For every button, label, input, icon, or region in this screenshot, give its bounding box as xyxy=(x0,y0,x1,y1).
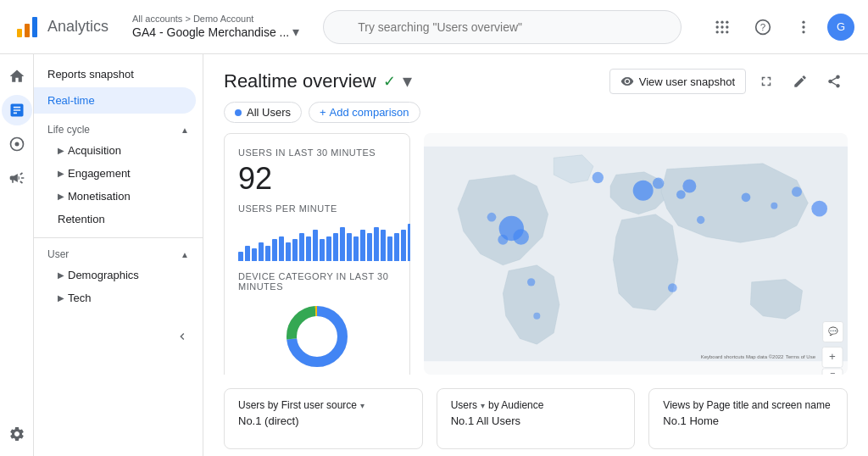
bar-chart-bar xyxy=(292,239,298,261)
svg-rect-0 xyxy=(17,29,22,37)
svg-point-16 xyxy=(802,20,804,23)
rail-reports-icon[interactable] xyxy=(2,95,32,125)
bar-chart-bar xyxy=(401,230,406,261)
svg-point-39 xyxy=(593,172,604,183)
sidebar-item-monetisation[interactable]: ▶ Monetisation xyxy=(34,185,196,208)
badge-dot xyxy=(235,109,242,116)
svg-point-6 xyxy=(721,20,723,23)
svg-point-32 xyxy=(498,235,508,245)
search-input[interactable] xyxy=(323,10,682,44)
svg-rect-2 xyxy=(32,17,37,37)
bar-chart-bar xyxy=(347,233,352,261)
title-dropdown-icon[interactable]: ▾ xyxy=(403,70,412,92)
header-actions: View user snapshot xyxy=(609,68,848,95)
svg-point-42 xyxy=(533,313,540,320)
bottom-card-title-0: Users by First user source ▾ xyxy=(238,399,409,411)
svg-text:?: ? xyxy=(760,21,766,32)
sidebar-item-engagement[interactable]: ▶ Engagement xyxy=(34,162,196,185)
svg-point-29 xyxy=(682,180,696,193)
bottom-card-value-2: No.1 Home xyxy=(663,414,833,427)
account-name[interactable]: GA4 - Google Merchandise ... ▾ xyxy=(132,24,299,40)
share-button[interactable] xyxy=(821,68,848,95)
bar-chart-bar xyxy=(279,236,284,261)
bar-chart-bar xyxy=(265,246,270,261)
svg-text:Keyboard shortcuts: Keyboard shortcuts xyxy=(701,354,745,359)
bottom-card-1: Users ▾ by Audience No.1 All Users xyxy=(437,388,636,449)
content-header: Realtime overview ✓ ▾ View user snapshot xyxy=(203,54,868,102)
svg-point-27 xyxy=(653,178,664,189)
sidebar-reports-snapshot: Reports snapshot xyxy=(34,61,203,87)
svg-point-12 xyxy=(721,31,723,33)
bottom-card-value-0: No.1 (direct) xyxy=(238,414,409,427)
bottom-card-1-dropdown-icon[interactable]: ▾ xyxy=(481,401,485,410)
sidebar-item-retention[interactable]: Retention xyxy=(34,208,196,231)
bottom-card-title-1: Users ▾ by Audience xyxy=(451,399,621,411)
help-button[interactable]: ? xyxy=(746,10,780,44)
svg-point-31 xyxy=(513,229,529,245)
user-chevron-icon: ▲ xyxy=(181,250,189,259)
bar-chart-bar xyxy=(381,230,386,261)
svg-point-26 xyxy=(633,181,654,201)
svg-point-41 xyxy=(811,201,827,217)
bar-chart-bar xyxy=(259,242,264,261)
svg-point-13 xyxy=(726,31,728,33)
user-section: User ▲ ▶ Demographics ▶ Tech xyxy=(34,245,203,309)
cards-area: USERS IN LAST 30 MINUTES 92 USERS PER MI… xyxy=(203,133,868,388)
bar-chart-bar xyxy=(408,224,410,261)
account-dropdown-icon[interactable]: ▾ xyxy=(292,24,299,40)
content-area: Realtime overview ✓ ▾ View user snapshot xyxy=(203,54,868,456)
apps-button[interactable] xyxy=(705,10,739,44)
sidebar-collapse-button[interactable] xyxy=(169,323,196,350)
more-button[interactable] xyxy=(787,10,821,44)
svg-point-18 xyxy=(802,31,804,33)
svg-rect-1 xyxy=(25,24,30,37)
donut-chart xyxy=(279,298,355,375)
user-section-header[interactable]: User ▲ xyxy=(34,245,203,264)
svg-point-11 xyxy=(716,31,719,33)
sidebar-divider xyxy=(34,237,203,238)
svg-point-36 xyxy=(771,203,777,209)
rail-home-icon[interactable] xyxy=(2,61,32,92)
account-info: All accounts > Demo Account GA4 - Google… xyxy=(132,14,299,40)
fullscreen-button[interactable] xyxy=(753,68,780,95)
all-users-badge[interactable]: All Users xyxy=(224,102,302,123)
rail-advertising-icon[interactable] xyxy=(2,163,32,193)
donut-container xyxy=(238,298,396,375)
users-per-minute-label: USERS PER MINUTE xyxy=(238,203,396,214)
svg-text:Terms of Use: Terms of Use xyxy=(786,354,816,359)
lifecycle-chevron-icon: ▲ xyxy=(181,125,189,135)
engagement-expand-icon: ▶ xyxy=(58,169,64,178)
edit-button[interactable] xyxy=(787,68,814,95)
rail-settings-icon[interactable] xyxy=(2,419,32,449)
avatar[interactable]: G xyxy=(827,14,854,41)
svg-point-10 xyxy=(726,25,728,28)
main-area: Reports snapshot Real-time Life cycle ▲ … xyxy=(0,54,868,456)
bar-chart-bar xyxy=(367,233,372,261)
svg-point-33 xyxy=(487,213,497,222)
svg-point-5 xyxy=(716,20,719,23)
add-comparison-button[interactable]: + Add comparison xyxy=(309,102,420,123)
sidebar-item-acquisition[interactable]: ▶ Acquisition xyxy=(34,139,196,162)
acquisition-expand-icon: ▶ xyxy=(58,146,64,155)
sidebar-item-tech[interactable]: ▶ Tech xyxy=(34,286,196,309)
rail-explore-icon[interactable] xyxy=(2,129,32,159)
top-bar: Analytics All accounts > Demo Account GA… xyxy=(0,0,868,54)
analytics-logo-icon xyxy=(14,14,41,41)
bar-chart-bar xyxy=(306,236,311,261)
lifecycle-section-header[interactable]: Life cycle ▲ xyxy=(34,120,203,139)
bar-chart-bar xyxy=(340,227,345,261)
svg-point-9 xyxy=(721,25,723,28)
bar-chart-bar xyxy=(299,233,304,261)
map-card: + − Keyboard shortcuts Map data ©2022 Te… xyxy=(424,133,848,375)
sidebar-item-demographics[interactable]: ▶ Demographics xyxy=(34,264,196,286)
bottom-card-0-dropdown-icon[interactable]: ▾ xyxy=(360,401,364,410)
device-category-label: DEVICE CATEGORY IN LAST 30 MINUTES xyxy=(238,271,396,292)
bottom-card-value-1: No.1 All Users xyxy=(451,414,621,427)
bar-chart-bar xyxy=(320,239,325,261)
view-user-snapshot-button[interactable]: View user snapshot xyxy=(609,69,746,94)
svg-point-28 xyxy=(676,190,686,199)
bar-chart-bar xyxy=(252,248,257,261)
sidebar-item-realtime[interactable]: Real-time xyxy=(34,87,196,114)
bar-chart-bar xyxy=(360,230,365,261)
bar-chart-bar xyxy=(272,239,277,261)
